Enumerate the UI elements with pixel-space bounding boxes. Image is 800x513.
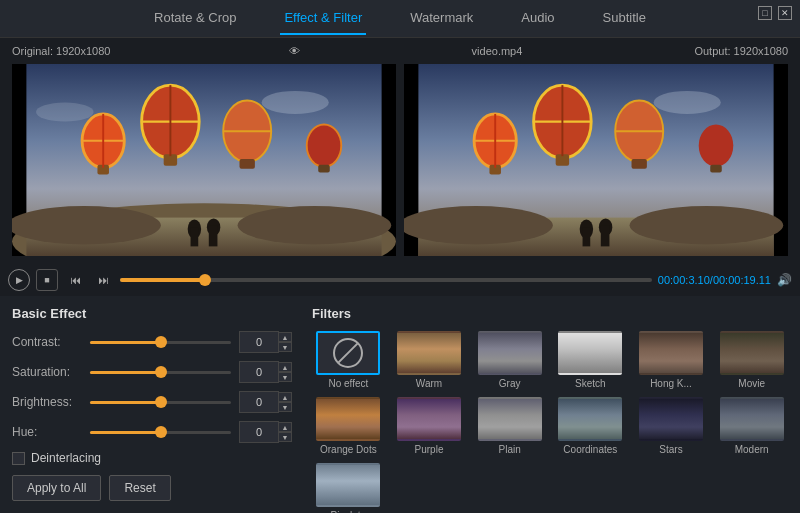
filter-hongkong[interactable]: Hong K... <box>635 331 708 389</box>
filter-stars[interactable]: Stars <box>635 397 708 455</box>
tab-bar: Rotate & Crop Effect & Filter Watermark … <box>0 0 800 38</box>
contrast-value: 0 <box>239 331 279 353</box>
svg-rect-17 <box>240 159 255 169</box>
filter-label-orange-dots: Orange Dots <box>320 444 377 455</box>
saturation-up[interactable]: ▲ <box>278 362 292 372</box>
apply-to-all-button[interactable]: Apply to All <box>12 475 101 501</box>
filter-sketch[interactable]: Sketch <box>554 331 627 389</box>
controls-bar: ▶ ■ ⏮ ⏭ 00:00:3.10/00:00:19.11 🔊 <box>0 264 800 296</box>
contrast-slider[interactable] <box>90 335 231 349</box>
brightness-row: Brightness: 0 ▲ ▼ <box>12 391 292 413</box>
svg-point-26 <box>262 91 329 114</box>
filter-label-no-effect: No effect <box>328 378 368 389</box>
filter-coordinates[interactable]: Coordinates <box>554 397 627 455</box>
filter-thumb-coordinates <box>558 397 622 441</box>
brightness-slider[interactable] <box>90 395 231 409</box>
time-display: 00:00:3.10/00:00:19.11 <box>658 274 771 286</box>
deinterlacing-row: Deinterlacing <box>12 451 292 465</box>
filter-thumb-movie <box>720 331 784 375</box>
filter-orange-dots[interactable]: Orange Dots <box>312 397 385 455</box>
filter-label-hongkong: Hong K... <box>650 378 692 389</box>
filter-label-modern: Modern <box>735 444 769 455</box>
reset-button[interactable]: Reset <box>109 475 170 501</box>
hue-label: Hue: <box>12 425 82 439</box>
minimize-button[interactable]: □ <box>758 6 772 20</box>
filename: video.mp4 <box>472 45 523 57</box>
filter-thumb-purple <box>397 397 461 441</box>
filter-label-gray: Gray <box>499 378 521 389</box>
filter-pixelate[interactable]: Pixelate <box>312 463 385 513</box>
brightness-down[interactable]: ▼ <box>278 402 292 412</box>
basic-effect-title: Basic Effect <box>12 306 292 321</box>
brightness-label: Brightness: <box>12 395 82 409</box>
stop-button[interactable]: ■ <box>36 269 58 291</box>
play-button[interactable]: ▶ <box>8 269 30 291</box>
tab-audio[interactable]: Audio <box>517 2 558 35</box>
tab-effect-filter[interactable]: Effect & Filter <box>280 2 366 35</box>
svg-rect-49 <box>583 227 591 246</box>
close-button[interactable]: ✕ <box>778 6 792 20</box>
filter-label-sketch: Sketch <box>575 378 606 389</box>
svg-rect-23 <box>191 227 199 246</box>
filter-thumb-gray <box>478 331 542 375</box>
saturation-row: Saturation: 0 ▲ ▼ <box>12 361 292 383</box>
brightness-up[interactable]: ▲ <box>278 392 292 402</box>
tab-subtitle[interactable]: Subtitle <box>599 2 650 35</box>
hue-down[interactable]: ▼ <box>278 432 292 442</box>
filter-purple[interactable]: Purple <box>393 397 466 455</box>
filter-modern[interactable]: Modern <box>715 397 788 455</box>
video-area <box>0 64 800 264</box>
filter-thumb-stars <box>639 397 703 441</box>
filter-thumb-plain <box>478 397 542 441</box>
svg-rect-51 <box>601 225 610 246</box>
tab-rotate-crop[interactable]: Rotate & Crop <box>150 2 240 35</box>
filter-thumb-orange-dots <box>316 397 380 441</box>
hue-up[interactable]: ▲ <box>278 422 292 432</box>
hue-value: 0 <box>239 421 279 443</box>
filter-no-effect[interactable]: No effect <box>312 331 385 389</box>
filter-thumb-warm <box>397 331 461 375</box>
volume-icon[interactable]: 🔊 <box>777 273 792 287</box>
saturation-value: 0 <box>239 361 279 383</box>
tab-watermark[interactable]: Watermark <box>406 2 477 35</box>
filters-title: Filters <box>312 306 788 321</box>
prev-frame-button[interactable]: ⏮ <box>64 269 86 291</box>
filter-label-stars: Stars <box>659 444 682 455</box>
hue-row: Hue: 0 ▲ ▼ <box>12 421 292 443</box>
deinterlacing-label: Deinterlacing <box>31 451 101 465</box>
svg-point-27 <box>36 102 94 121</box>
filter-thumb-pixelate <box>316 463 380 507</box>
timeline-thumb[interactable] <box>199 274 211 286</box>
svg-rect-21 <box>318 165 330 173</box>
filter-label-movie: Movie <box>738 378 765 389</box>
filter-movie[interactable]: Movie <box>715 331 788 389</box>
output-resolution: Output: 1920x1080 <box>694 45 788 57</box>
filter-label-coordinates: Coordinates <box>563 444 617 455</box>
bottom-panel: Basic Effect Contrast: 0 ▲ ▼ Saturation: <box>0 296 800 513</box>
svg-point-31 <box>630 206 784 244</box>
timeline-track[interactable] <box>120 278 652 282</box>
left-video-preview <box>12 64 396 256</box>
filter-label-warm: Warm <box>416 378 442 389</box>
filter-thumb-modern <box>720 397 784 441</box>
deinterlacing-checkbox[interactable] <box>12 452 25 465</box>
brightness-value: 0 <box>239 391 279 413</box>
video-info-bar: Original: 1920x1080 👁 video.mp4 Output: … <box>0 38 800 64</box>
contrast-up[interactable]: ▲ <box>278 332 292 342</box>
svg-rect-47 <box>710 165 722 173</box>
svg-point-30 <box>404 206 553 244</box>
hue-slider[interactable] <box>90 425 231 439</box>
filter-plain[interactable]: Plain <box>473 397 546 455</box>
filter-warm[interactable]: Warm <box>393 331 466 389</box>
filter-gray[interactable]: Gray <box>473 331 546 389</box>
saturation-slider[interactable] <box>90 365 231 379</box>
svg-point-4 <box>238 206 392 244</box>
contrast-down[interactable]: ▼ <box>278 342 292 352</box>
saturation-down[interactable]: ▼ <box>278 372 292 382</box>
contrast-row: Contrast: 0 ▲ ▼ <box>12 331 292 353</box>
filter-thumb-sketch <box>558 331 622 375</box>
filter-label-purple: Purple <box>415 444 444 455</box>
eye-icon[interactable]: 👁 <box>289 45 300 57</box>
svg-rect-44 <box>632 159 647 169</box>
next-frame-button[interactable]: ⏭ <box>92 269 114 291</box>
